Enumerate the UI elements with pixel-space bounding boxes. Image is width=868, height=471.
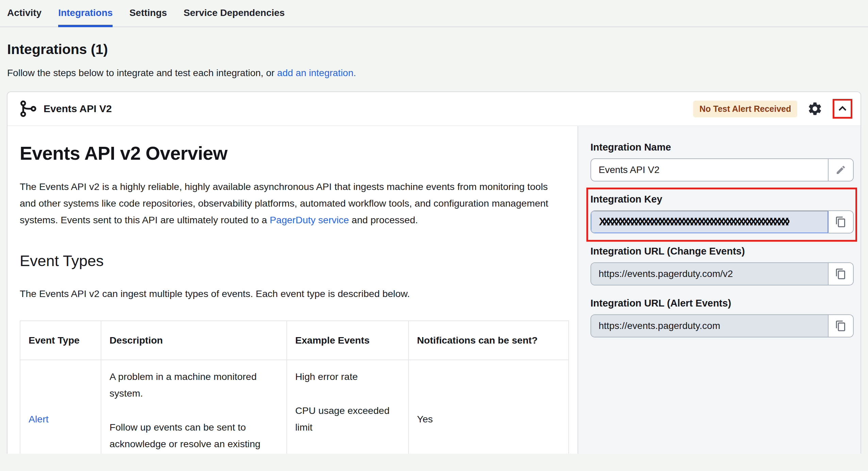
integration-url-change-label: Integration URL (Change Events): [590, 246, 854, 257]
cell-notifications: Yes: [408, 360, 569, 454]
collapse-panel-button[interactable]: [833, 99, 852, 119]
integration-card: Events API V2 No Test Alert Received Eve…: [7, 91, 861, 454]
overview-panel: Events API v2 Overview The Events API v2…: [7, 126, 578, 454]
integration-url-change-input[interactable]: https://events.pagerduty.com/v2: [591, 263, 829, 285]
integration-branch-icon: [20, 100, 37, 117]
event-types-text: The Events API v2 can ingest multiple ty…: [20, 285, 564, 302]
example-event: Deployment failed: [295, 453, 400, 454]
overview-paragraph: The Events API v2 is a highly reliable, …: [20, 178, 564, 228]
integration-url-change-field: Integration URL (Change Events) https://…: [590, 246, 854, 285]
integration-name-field: Integration Name Events API V2: [590, 142, 854, 181]
integration-url-change-input-group: https://events.pagerduty.com/v2: [590, 262, 854, 285]
tab-integrations[interactable]: Integrations: [58, 7, 113, 27]
integration-name-label: Integration Name: [590, 142, 854, 153]
tab-bar: Activity Integrations Settings Service D…: [0, 0, 868, 27]
example-event: CPU usage exceeded limit: [295, 402, 400, 436]
integration-url-alert-input[interactable]: https://events.pagerduty.com: [591, 315, 829, 337]
integration-key-field: Integration Key XXXXXXXXXXXXXXXXXXXXXXXX…: [590, 194, 854, 233]
copy-key-button[interactable]: [829, 211, 853, 233]
integration-card-body: Events API v2 Overview The Events API v2…: [7, 126, 861, 454]
cell-event-type: Alert: [20, 360, 101, 454]
overview-paragraph-part2: and processed.: [349, 214, 418, 225]
alert-link[interactable]: Alert: [29, 414, 49, 424]
page-title: Integrations (1): [7, 41, 868, 57]
integration-url-alert-input-group: https://events.pagerduty.com: [590, 314, 854, 337]
intro-text: Follow the steps below to integrate and …: [7, 68, 868, 78]
integration-card-header: Events API V2 No Test Alert Received: [7, 92, 861, 126]
gear-icon: [807, 101, 823, 117]
example-event: High error rate: [295, 368, 400, 385]
event-types-table: Event Type Description Example Events No…: [20, 320, 569, 454]
column-header-notifications: Notifications can be sent?: [408, 321, 569, 360]
header-actions: No Test Alert Received: [693, 99, 852, 119]
integration-sidebar: Integration Name Events API V2 Integrati…: [578, 126, 861, 454]
pagerduty-service-link[interactable]: PagerDuty service: [270, 214, 349, 225]
tab-service-dependencies[interactable]: Service Dependencies: [184, 7, 285, 27]
integration-url-alert-label: Integration URL (Alert Events): [590, 298, 854, 309]
copy-icon: [835, 268, 847, 280]
copy-icon: [835, 216, 847, 228]
integration-name-input-group: Events API V2: [590, 158, 854, 181]
table-row-alert: Alert A problem in a machine monitored s…: [20, 360, 569, 454]
status-badge: No Test Alert Received: [693, 101, 797, 117]
edit-name-button[interactable]: [829, 159, 853, 181]
integration-title: Events API V2: [44, 103, 112, 115]
description-paragraph: A problem in a machine monitored system.: [110, 368, 278, 402]
event-types-title: Event Types: [20, 252, 567, 270]
overview-title: Events API v2 Overview: [20, 142, 567, 164]
pencil-icon: [835, 164, 846, 175]
integration-key-label: Integration Key: [590, 194, 854, 205]
copy-change-url-button[interactable]: [829, 263, 853, 285]
table-header-row: Event Type Description Example Events No…: [20, 321, 569, 360]
column-header-description: Description: [101, 321, 287, 360]
tab-activity[interactable]: Activity: [7, 7, 41, 27]
tab-settings[interactable]: Settings: [129, 7, 167, 27]
integration-url-alert-field: Integration URL (Alert Events) https://e…: [590, 298, 854, 337]
integration-key-input[interactable]: XXXXXXXXXXXXXXXXXXXXXXXXXXXXXXXXXXXXXXXX…: [590, 210, 829, 233]
column-header-example-events: Example Events: [287, 321, 408, 360]
cell-description: A problem in a machine monitored system.…: [101, 360, 287, 454]
add-integration-link[interactable]: add an integration.: [277, 68, 356, 78]
column-header-event-type: Event Type: [20, 321, 101, 360]
settings-button[interactable]: [807, 101, 823, 117]
copy-alert-url-button[interactable]: [829, 315, 853, 337]
integration-key-input-group: XXXXXXXXXXXXXXXXXXXXXXXXXXXXXXXXXXXXXXXX…: [590, 210, 854, 233]
chevron-up-icon: [836, 103, 849, 115]
cell-example-events: High error rate CPU usage exceeded limit…: [287, 360, 408, 454]
intro-text-static: Follow the steps below to integrate and …: [7, 68, 277, 78]
integration-key-value: XXXXXXXXXXXXXXXXXXXXXXXXXXXXXXXXXXXXXXXX…: [599, 216, 789, 228]
integration-name-input[interactable]: Events API V2: [591, 159, 829, 181]
description-paragraph: Follow up events can be sent to acknowle…: [110, 419, 278, 454]
copy-icon: [835, 320, 847, 332]
